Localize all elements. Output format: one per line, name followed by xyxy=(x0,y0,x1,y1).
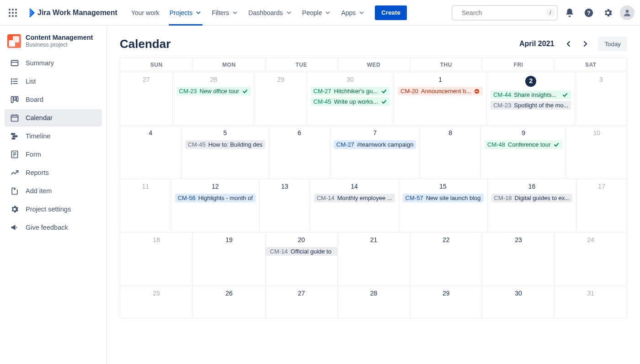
create-button[interactable]: Create xyxy=(375,5,407,20)
nav-projects[interactable]: Projects xyxy=(165,0,207,26)
day-cell[interactable]: 30 CM-27 Hitchhiker's gu... CM-45 Write … xyxy=(307,72,394,125)
check-icon xyxy=(381,99,387,105)
day-cell[interactable]: 30 xyxy=(482,286,554,318)
profile-avatar[interactable] xyxy=(620,5,635,20)
dow-tue: TUE xyxy=(265,58,337,72)
list-icon xyxy=(10,77,19,86)
day-cell[interactable]: 19 xyxy=(192,232,265,285)
calendar-event[interactable]: CM-14 Monthly employee ... xyxy=(314,194,395,202)
day-cell[interactable]: 25 xyxy=(120,286,192,318)
project-avatar xyxy=(7,34,21,48)
calendar-event[interactable]: CM-45 Write up works... xyxy=(311,97,390,106)
calendar-event[interactable]: CM-27 #teamwork campaign xyxy=(334,140,416,149)
calendar-event[interactable]: CM-48 Conference tour xyxy=(485,140,562,149)
settings-icon[interactable] xyxy=(601,5,615,20)
calendar-event[interactable]: CM-27 Hitchhiker's gu... xyxy=(311,87,390,95)
day-cell[interactable]: 28 xyxy=(337,286,410,318)
calendar-event[interactable]: CM-23 New office tour xyxy=(176,87,251,95)
day-cell[interactable]: 14 CM-14 Monthly employee ... xyxy=(310,179,399,232)
day-cell[interactable]: 29 xyxy=(410,286,482,318)
day-cell[interactable]: 16 CM-18 Digital guides to ex... xyxy=(487,179,576,232)
sidebar-reports[interactable]: Reports xyxy=(5,164,102,181)
check-icon xyxy=(242,89,248,94)
day-cell[interactable]: 2 CM-44 Share insights... CM-23 Spotligh… xyxy=(486,72,575,125)
day-cell[interactable]: 28 CM-23 New office tour xyxy=(172,72,255,125)
calendar-event[interactable]: CM-20 Announcement b... xyxy=(398,87,483,95)
day-cell[interactable]: 18 xyxy=(120,232,192,285)
calendar-event[interactable]: CM-14 Official guide to xyxy=(266,247,337,256)
day-cell[interactable]: 3 xyxy=(575,72,627,125)
project-header[interactable]: Content Management Business project xyxy=(5,34,102,53)
day-cell[interactable]: 24 xyxy=(555,232,627,285)
calendar-event[interactable]: CM-56 Highlights - month of xyxy=(175,194,256,202)
nav-dashboards[interactable]: Dashboards xyxy=(244,0,297,26)
svg-point-2 xyxy=(15,9,17,11)
svg-point-6 xyxy=(9,15,11,17)
day-cell[interactable]: 7 CM-27 #teamwork campaign xyxy=(330,126,420,179)
day-cell[interactable]: 31 xyxy=(555,286,627,318)
day-cell[interactable]: 8 xyxy=(420,126,480,179)
calendar-event[interactable]: CM-45 How to: Building des xyxy=(185,140,266,149)
calendar-event[interactable]: CM-18 Digital guides to ex... xyxy=(491,194,573,202)
product-logo[interactable]: Jira Work Management xyxy=(22,8,121,17)
svg-text:?: ? xyxy=(587,9,591,16)
search-box[interactable]: / xyxy=(452,5,558,21)
calendar-event[interactable]: CM-44 Share insights... xyxy=(491,90,571,99)
dow-sat: SAT xyxy=(555,58,627,72)
day-cell[interactable]: 4 xyxy=(120,126,181,179)
sidebar-feedback[interactable]: Give feedback xyxy=(5,219,102,236)
svg-point-3 xyxy=(9,12,11,14)
main-content: Calendar April 2021 Today SUN MON TUE WE… xyxy=(107,26,640,364)
day-cell[interactable]: 29 xyxy=(255,72,307,125)
day-cell[interactable]: 1 CM-20 Announcement b... xyxy=(394,72,486,125)
day-cell[interactable]: 5 CM-45 How to: Building des xyxy=(181,126,269,179)
prev-month-button[interactable] xyxy=(561,37,576,51)
app-switcher-icon[interactable] xyxy=(5,5,20,20)
notifications-icon[interactable] xyxy=(562,5,577,20)
day-cell[interactable]: 21 xyxy=(337,232,410,285)
help-icon[interactable]: ? xyxy=(581,5,596,20)
calendar-event[interactable]: CM-57 New site launch blog xyxy=(403,194,484,202)
blocker-icon xyxy=(474,89,480,94)
dow-mon: MON xyxy=(192,58,265,72)
day-cell[interactable]: 12 CM-56 Highlights - month of xyxy=(171,179,259,232)
svg-rect-29 xyxy=(11,134,15,135)
sidebar-summary[interactable]: Summary xyxy=(5,54,102,72)
svg-rect-24 xyxy=(16,97,18,102)
day-cell[interactable]: 23 xyxy=(482,232,554,285)
sidebar-calendar[interactable]: Calendar xyxy=(5,109,102,127)
day-cell[interactable]: 27 xyxy=(120,72,172,125)
chevron-right-icon xyxy=(581,40,589,47)
search-input[interactable] xyxy=(461,9,543,17)
dow-sun: SUN xyxy=(120,58,192,72)
sidebar-board[interactable]: Board xyxy=(5,91,102,108)
today-button[interactable]: Today xyxy=(598,37,627,51)
day-cell[interactable]: 20 CM-14 Official guide to xyxy=(265,232,337,285)
chevron-down-icon xyxy=(358,10,365,16)
sidebar-timeline[interactable]: Timeline xyxy=(5,127,102,145)
day-cell[interactable]: 15 CM-57 New site launch blog xyxy=(399,179,487,232)
day-cell[interactable]: 17 xyxy=(576,179,627,232)
svg-point-0 xyxy=(9,9,11,11)
day-cell[interactable]: 13 xyxy=(259,179,310,232)
calendar-event[interactable]: CM-23 Spotlight of the mo... xyxy=(491,101,571,110)
day-cell[interactable]: 11 xyxy=(120,179,171,232)
svg-point-21 xyxy=(11,84,12,84)
nav-filters[interactable]: Filters xyxy=(207,0,243,26)
next-month-button[interactable] xyxy=(578,37,592,51)
day-cell[interactable]: 26 xyxy=(192,286,265,318)
day-cell[interactable]: 9 CM-48 Conference tour xyxy=(480,126,566,179)
day-cell[interactable]: 10 xyxy=(566,126,627,179)
nav-apps[interactable]: Apps xyxy=(336,0,369,26)
check-icon xyxy=(381,89,387,94)
day-cell[interactable]: 27 xyxy=(265,286,337,318)
nav-people[interactable]: People xyxy=(298,0,336,26)
calendar-grid: SUN MON TUE WED THU FRI SAT 27 28 CM-23 … xyxy=(120,58,627,318)
nav-your-work[interactable]: Your work xyxy=(127,0,164,26)
sidebar-list[interactable]: List xyxy=(5,73,102,90)
sidebar-settings[interactable]: Project settings xyxy=(5,200,102,218)
day-cell[interactable]: 22 xyxy=(410,232,482,285)
sidebar-form[interactable]: Form xyxy=(5,146,102,163)
day-cell[interactable]: 6 xyxy=(269,126,330,179)
sidebar-add-item[interactable]: Add item xyxy=(5,182,102,200)
